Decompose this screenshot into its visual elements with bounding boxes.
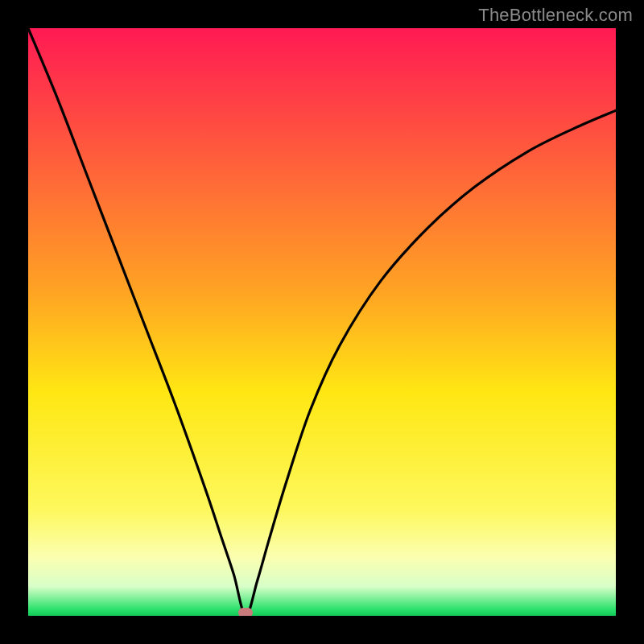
chart-frame: TheBottleneck.com	[0, 0, 644, 644]
watermark-text: TheBottleneck.com	[478, 5, 633, 26]
plot-area	[28, 28, 616, 616]
minimum-marker	[238, 608, 253, 616]
deviation-curve	[28, 28, 616, 616]
